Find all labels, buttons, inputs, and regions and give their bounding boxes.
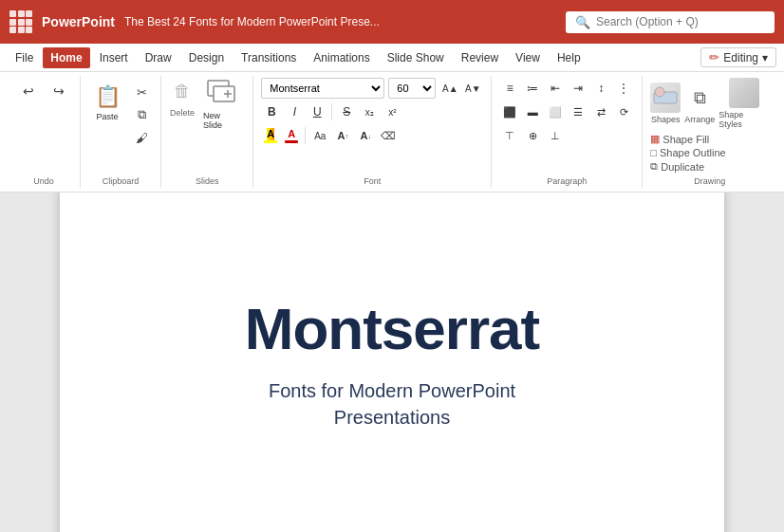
duplicate-label: Duplicate (661, 161, 704, 173)
delete-area: 🗑 Delete (169, 78, 196, 118)
redo-button[interactable]: ↪ (46, 78, 72, 104)
new-slide-button[interactable]: New Slide (199, 78, 245, 132)
highlight-color-button[interactable]: A (261, 127, 280, 144)
undo-controls: ↩ ↪ (15, 78, 72, 173)
para-row-2: ⬛ ▬ ⬜ ☰ ⇄ ⟳ (499, 101, 634, 122)
font-family-select[interactable]: Montserrat (261, 78, 384, 99)
line-spacing-button[interactable]: ↕ (590, 78, 611, 99)
search-box[interactable]: 🔍 (566, 11, 775, 33)
undo-group-label: Undo (33, 174, 54, 186)
clear-format-button[interactable]: ⌫ (378, 125, 399, 146)
slide-title: Montserrat (245, 295, 539, 362)
decrease-size-button[interactable]: A↓ (355, 125, 376, 146)
align-center-button[interactable]: ▬ (522, 101, 543, 122)
text-dir-button[interactable]: ⇄ (590, 101, 611, 122)
shape-fill-icon: ▦ (650, 133, 660, 145)
drawing-controls: Shapes ⧉ Arrange Shape Styles (650, 78, 769, 173)
menu-file[interactable]: File (8, 47, 41, 68)
indent-more-button[interactable]: ⇥ (568, 78, 588, 99)
copy-button[interactable]: ⧉ (130, 104, 153, 125)
duplicate-option[interactable]: ⧉ Duplicate (650, 160, 769, 173)
paragraph-controls: ≡ ≔ ⇤ ⇥ ↕ ⋮ ⬛ ▬ ⬜ ☰ ⇄ ⟳ (499, 78, 634, 173)
slide-canvas[interactable]: Montserrat Fonts for Modern PowerPoint P… (60, 193, 724, 532)
clipboard-group-label: Clipboard (103, 174, 140, 186)
menu-view[interactable]: View (508, 47, 548, 68)
cut-button[interactable]: ✂ (130, 82, 153, 102)
decrease-font-button[interactable]: A▼ (462, 78, 483, 99)
slide-subtitle-line1: Fonts for Modern PowerPoint (269, 380, 515, 401)
font-row-1: Montserrat 60 A▲ A▼ (261, 78, 483, 99)
editing-label: Editing (723, 51, 758, 64)
align-right-button[interactable]: ⬜ (545, 101, 566, 122)
menu-design[interactable]: Design (181, 47, 232, 68)
indent-less-button[interactable]: ⇤ (545, 78, 566, 99)
arrange-label: Arrange (684, 115, 715, 124)
underline-button[interactable]: U (307, 101, 327, 122)
menu-slideshow[interactable]: Slide Show (380, 47, 452, 68)
columns-button[interactable]: ⋮ (613, 78, 634, 99)
font-inner-controls: Montserrat 60 A▲ A▼ B I U (261, 78, 483, 146)
menu-review[interactable]: Review (454, 47, 506, 68)
shape-styles-preview (729, 78, 759, 108)
arrange-icon: ⧉ (684, 83, 715, 113)
delete-button[interactable]: 🗑 (169, 78, 196, 104)
justify-button[interactable]: ☰ (568, 101, 588, 122)
search-input[interactable] (596, 15, 765, 28)
doc-title: The Best 24 Fonts for Modern PowerPoint … (124, 15, 556, 28)
increase-font-button[interactable]: A▲ (439, 78, 460, 99)
format-painter-button[interactable]: 🖌 (130, 127, 153, 148)
menu-transitions[interactable]: Transitions (233, 47, 304, 68)
undo-redo-buttons: ↩ ↪ (15, 78, 72, 104)
font-group-label: Font (364, 174, 381, 186)
undo-button[interactable]: ↩ (15, 78, 42, 104)
align-left-button[interactable]: ⬛ (499, 101, 520, 122)
convert-smartart-button[interactable]: ⟳ (613, 101, 634, 122)
numbered-list-button[interactable]: ≔ (522, 78, 543, 99)
clipboard-small-buttons: ✂ ⧉ 🖌 (130, 82, 153, 148)
strikethrough-button[interactable]: S (336, 101, 357, 122)
search-icon: 🔍 (575, 15, 590, 29)
increase-size-button[interactable]: A↑ (332, 125, 353, 146)
subscript-button[interactable]: x₂ (359, 101, 380, 122)
menu-bar: File Home Insert Draw Design Transitions… (0, 44, 784, 72)
para-row-3: ⊤ ⊕ ⊥ (499, 125, 634, 146)
slides-group-label: Slides (196, 174, 219, 186)
shape-outline-icon: □ (650, 147, 657, 158)
valign-mid-button[interactable]: ⊕ (522, 125, 543, 146)
paste-icon: 📋 (92, 82, 122, 112)
menu-home[interactable]: Home (43, 47, 89, 68)
bullets-button[interactable]: ≡ (499, 78, 520, 99)
delete-label: Delete (170, 106, 195, 118)
clipboard-controls: 📋 Paste ✂ ⧉ 🖌 (88, 78, 153, 173)
shapes-preview (650, 83, 681, 113)
shape-outline-option[interactable]: □ Shape Outline (650, 147, 769, 158)
shape-fill-option[interactable]: ▦ Shape Fill (650, 133, 769, 145)
divider2 (305, 127, 306, 144)
menu-insert[interactable]: Insert (92, 47, 136, 68)
shape-fill-label: Shape Fill (663, 134, 709, 145)
new-slide-label: New Slide (203, 111, 241, 130)
font-size-arrows: A▲ A▼ (439, 78, 483, 99)
menu-animations[interactable]: Animations (306, 47, 377, 68)
editing-button[interactable]: ✏ Editing ▾ (700, 47, 776, 67)
slide-subtitle: Fonts for Modern PowerPoint Presentation… (269, 377, 515, 431)
paste-button[interactable]: 📋 Paste (88, 78, 126, 125)
font-color-button[interactable]: A (282, 127, 301, 144)
menu-draw[interactable]: Draw (138, 47, 179, 68)
new-slide-icon (207, 80, 237, 110)
shapes-label: Shapes (651, 115, 681, 124)
menu-help[interactable]: Help (550, 47, 588, 68)
superscript-button[interactable]: x² (382, 101, 402, 122)
font-size-select[interactable]: 60 (388, 78, 436, 99)
app-grid-icon[interactable] (9, 10, 32, 33)
font-row-3: A A Aa A↑ A↓ ⌫ (261, 125, 483, 146)
app-window: PowerPoint The Best 24 Fonts for Modern … (0, 0, 784, 532)
title-bar: PowerPoint The Best 24 Fonts for Modern … (0, 0, 784, 44)
bold-button[interactable]: B (261, 101, 282, 122)
valign-bot-button[interactable]: ⊥ (545, 125, 566, 146)
italic-button[interactable]: I (284, 101, 305, 122)
shape-styles-label: Shape Styles (719, 110, 769, 129)
text-case-button[interactable]: Aa (309, 125, 330, 146)
ribbon-group-drawing: Shapes ⧉ Arrange Shape Styles (643, 76, 776, 188)
valign-top-button[interactable]: ⊤ (499, 125, 520, 146)
